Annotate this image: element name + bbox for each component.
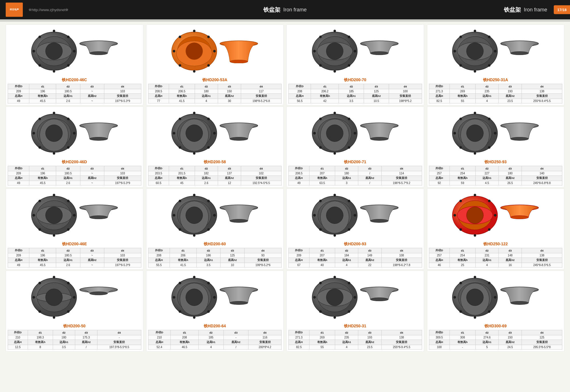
table-cell: 59 xyxy=(450,181,476,185)
table-cell: 总高H xyxy=(8,258,29,263)
table-cell: 边高h1 xyxy=(195,176,218,181)
table-cell: 56.5 xyxy=(289,99,311,103)
svg-point-61 xyxy=(67,146,69,149)
svg-point-129 xyxy=(186,207,203,224)
product-images-HD250-31 xyxy=(288,273,422,322)
table-cell: / xyxy=(358,171,381,176)
table-cell: 41.5 xyxy=(169,99,195,103)
header: 祥豆电声 ※http://www.zjhydsnet※ 铁盆架 Iron fra… xyxy=(0,0,570,19)
table-cell: 93 xyxy=(245,253,282,258)
product-name: 铁HD200-71 xyxy=(344,160,366,165)
svg-point-104 xyxy=(474,152,476,154)
speaker-side-view xyxy=(79,203,119,228)
product-cell-HD200-71: 铁HD200-71外径Dd1d2d3d4208.5207180/114总高H有效… xyxy=(286,107,424,187)
table-cell: 2.6 xyxy=(56,263,80,268)
table-cell: 有效高h xyxy=(309,340,335,345)
speaker-front-view xyxy=(451,110,498,157)
table-cell: 180.5 xyxy=(56,253,80,258)
table-cell: d1 xyxy=(309,248,335,253)
product-cell-HD200-46D: 铁HD200-46D外径Dd1d2d3d4209196180.5~103总高H有… xyxy=(6,107,143,187)
product-cell-HD200-50: 铁HD200-50外径Dd1d2d3d4210198.3180175.3-总高H… xyxy=(6,271,143,352)
table-cell: d3 xyxy=(223,330,249,335)
table-cell: 外径D xyxy=(148,84,169,89)
table-row: 外径Dd1d2d3d4 xyxy=(429,248,562,253)
table-cell: d1 xyxy=(309,166,335,171)
table-cell: 总高H xyxy=(289,94,311,99)
table-cell: d2 xyxy=(335,330,358,335)
table-cell: 180 xyxy=(335,171,358,176)
table-cell: 185 xyxy=(198,335,223,340)
table-cell: 180 xyxy=(195,89,218,94)
svg-point-36 xyxy=(313,50,315,52)
product-name: 铁HD300-69 xyxy=(484,324,507,329)
speaker-side-view xyxy=(79,39,119,64)
svg-point-17 xyxy=(186,43,203,60)
svg-point-22 xyxy=(173,50,175,52)
table-row: 271.3269235193138 xyxy=(429,89,562,94)
product-images-HD250-93 xyxy=(429,109,563,158)
svg-point-173 xyxy=(67,311,69,313)
speaker-side-view xyxy=(219,39,259,64)
svg-point-81 xyxy=(207,118,210,120)
table-row: 52.446.54/200*8*4.2 xyxy=(148,345,282,350)
spec-table: 外径Dd1d2d3d4210208185-116总高H有效高h边高h1底高h2安… xyxy=(148,330,282,350)
table-cell: 175.3 xyxy=(75,335,97,340)
table-cell: 底高h2 xyxy=(364,94,389,99)
svg-point-10 xyxy=(53,30,55,32)
table-cell: d4 xyxy=(522,248,562,253)
table-cell: 269 xyxy=(309,335,335,340)
table-cell: 245*8-6.8*8.8 xyxy=(522,181,562,185)
product-name: 铁HD250-122 xyxy=(483,242,508,247)
table-row: 总高H有效高h边高h1底高h2安装直径 xyxy=(289,340,422,345)
table-cell: 外径D xyxy=(289,166,310,171)
svg-point-6 xyxy=(53,70,55,72)
svg-point-175 xyxy=(38,311,41,313)
svg-point-64 xyxy=(32,132,35,134)
table-cell: 257 xyxy=(429,171,450,176)
svg-point-200 xyxy=(354,296,356,298)
table-row: 总高H有效高h边高h1底高h2安装直径 xyxy=(429,176,562,181)
page-badge: 17/18 xyxy=(554,5,570,14)
svg-point-203 xyxy=(319,311,321,313)
svg-point-195 xyxy=(230,301,248,305)
table-cell: 209 xyxy=(289,253,310,258)
svg-point-188 xyxy=(193,316,196,318)
table-row: 209196180.5~103 xyxy=(8,171,141,176)
svg-point-13 xyxy=(89,51,107,55)
table-row: 4945.52.6~197*8-5.3*9 xyxy=(8,181,141,185)
table-row: 208.5207180/114 xyxy=(289,171,422,176)
table-cell: d1 xyxy=(450,330,476,335)
table-cell: d1 xyxy=(169,84,195,89)
product-cell-HD200-58: 铁HD200-58外径Dd1d2d3d4203.5201.5182137102总… xyxy=(146,107,284,187)
table-cell: d1 xyxy=(169,166,195,171)
speaker-front-view xyxy=(30,192,78,239)
table-cell: 125 xyxy=(522,335,562,340)
product-images-HD250-122 xyxy=(429,191,563,240)
table-cell: 外径D xyxy=(429,166,450,171)
table-cell: 底高h2 xyxy=(358,340,381,345)
svg-point-219 xyxy=(459,282,462,284)
product-images-HD200-64 xyxy=(148,273,282,322)
product-grid: 铁HD200-46C外径Dd1d2d3d4209196180.5~103总高H有… xyxy=(0,22,570,354)
table-cell: 2.6 xyxy=(56,99,80,103)
svg-point-21 xyxy=(179,64,181,67)
table-row: 4625416245*8-8.5*6.5 xyxy=(429,263,562,268)
table-cell: 安装直径 xyxy=(104,176,141,181)
product-cell-HD200-64: 铁HD200-64外径Dd1d2d3d4210208185-116总高H有效高h… xyxy=(146,271,284,352)
table-cell: 外径D xyxy=(148,166,169,171)
table-cell: 底高h2 xyxy=(223,340,249,345)
svg-point-125 xyxy=(89,215,107,219)
table-cell: 196 xyxy=(29,171,56,176)
speaker-front-view xyxy=(171,110,218,157)
table-cell: 197.5*8-5.5*8.5 xyxy=(97,345,141,350)
table-cell: 308 xyxy=(450,335,476,340)
svg-point-78 xyxy=(173,132,175,134)
svg-point-131 xyxy=(207,228,210,231)
product-name: 铁HD200-70 xyxy=(344,77,366,83)
subheader-stripe xyxy=(0,19,570,22)
svg-point-207 xyxy=(348,282,350,284)
speaker-front-view xyxy=(171,274,218,321)
table-cell: 外径D xyxy=(289,84,311,89)
svg-point-51 xyxy=(459,36,462,38)
svg-point-145 xyxy=(348,228,350,231)
